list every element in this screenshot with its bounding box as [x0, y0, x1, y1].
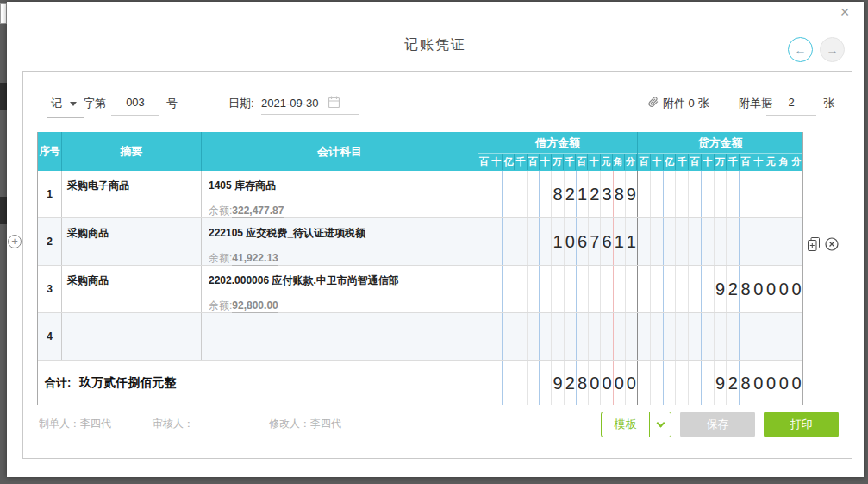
- credit-amount-cell[interactable]: [638, 313, 802, 360]
- digit-label: 百: [576, 154, 588, 170]
- template-dropdown-toggle[interactable]: [650, 424, 671, 426]
- delete-row-icon[interactable]: [824, 236, 840, 255]
- debit-amount-cell[interactable]: 1067611: [478, 218, 638, 265]
- digit-cell: 0: [790, 266, 802, 312]
- digit-cell: [752, 171, 765, 217]
- print-button[interactable]: 打印: [764, 412, 839, 437]
- receipts-count-input[interactable]: 2: [766, 96, 816, 116]
- summary-cell[interactable]: 采购商品: [62, 266, 202, 312]
- digit-cell: [765, 218, 778, 265]
- digit-cell: [689, 266, 702, 312]
- digit-cell: [540, 361, 552, 405]
- calendar-icon[interactable]: [328, 96, 340, 109]
- credit-amount-cell[interactable]: [638, 218, 802, 265]
- digit-cell: 0: [565, 218, 577, 265]
- digit-cell: 6: [601, 218, 613, 265]
- digit-cell: [689, 313, 702, 360]
- summary-cell[interactable]: 采购商品: [62, 218, 202, 265]
- account-cell[interactable]: 222105 应交税费_待认证进项税额余额:41,922.13: [202, 218, 478, 265]
- digit-cell: [664, 218, 677, 265]
- digit-label: 分: [625, 154, 637, 170]
- digit-cell: [664, 313, 677, 360]
- copy-row-icon[interactable]: [807, 236, 821, 255]
- digit-label: 元: [765, 154, 778, 170]
- balance-value: 41,922.13: [232, 252, 278, 266]
- digit-label: 千: [515, 154, 527, 170]
- digit-cell: [589, 313, 601, 360]
- digit-cell: [528, 171, 540, 217]
- row-seq: 1: [38, 171, 62, 217]
- total-debit-amount: 9280000: [478, 361, 638, 405]
- voucher-number-input[interactable]: 003: [111, 96, 159, 116]
- summary-column-header: 摘要: [62, 132, 202, 171]
- digit-cell: 9: [715, 361, 727, 405]
- digit-cell: 8: [740, 361, 752, 405]
- debit-amount-cell[interactable]: 8212389: [478, 171, 638, 217]
- digit-cell: 6: [577, 218, 589, 265]
- summary-cell[interactable]: [62, 313, 202, 360]
- date-input[interactable]: 2021-09-30: [261, 96, 359, 115]
- debit-title: 借方金额: [478, 132, 637, 154]
- digit-cell: [515, 313, 528, 360]
- digit-cell: [540, 266, 552, 312]
- digit-cell: [689, 218, 702, 265]
- balance-label: 余额:: [209, 252, 232, 264]
- summary-cell[interactable]: 采购电子商品: [62, 171, 202, 217]
- debit-amount-cell[interactable]: [478, 313, 638, 360]
- next-voucher-button[interactable]: →: [820, 37, 845, 62]
- credit-amount-cell[interactable]: [638, 171, 802, 217]
- digit-cell: [702, 171, 715, 217]
- modifier-field: 修改人：李四代: [269, 417, 341, 431]
- digit-cell: [601, 313, 613, 360]
- account-name: 222105 应交税费_待认证进项税额: [209, 226, 471, 241]
- balance-label: 余额:: [209, 204, 232, 217]
- digit-cell: 2: [727, 361, 740, 405]
- digit-cell: [503, 266, 515, 312]
- debit-amount-cell[interactable]: [478, 266, 638, 312]
- digit-cell: [651, 313, 664, 360]
- digit-label: 百: [478, 154, 490, 170]
- digit-cell: [676, 218, 689, 265]
- digit-cell: [490, 361, 503, 405]
- digit-cell: 8: [577, 361, 589, 405]
- digit-cell: [727, 313, 740, 360]
- digit-label: 亿: [664, 154, 677, 170]
- digit-label: 百: [740, 154, 752, 170]
- account-balance: 余额:92,800.00: [209, 299, 471, 313]
- digit-cell: [752, 218, 765, 265]
- digit-cell: [651, 266, 664, 312]
- digit-cell: 8: [552, 171, 564, 217]
- auditor-field: 审核人：: [153, 417, 194, 431]
- digit-label: 十: [651, 154, 664, 170]
- digit-cell: [790, 313, 802, 360]
- digit-cell: [589, 266, 601, 312]
- template-button-label: 模板: [602, 412, 649, 437]
- save-button[interactable]: 保存: [680, 412, 755, 437]
- digit-cell: [689, 361, 702, 405]
- digit-cell: [478, 171, 490, 217]
- voucher-row: 4: [38, 313, 802, 361]
- digit-cell: 2: [565, 361, 577, 405]
- digit-cell: [676, 171, 689, 217]
- attachment-link[interactable]: 附件 0 张: [647, 96, 709, 111]
- close-icon[interactable]: ✕: [840, 5, 850, 19]
- voucher-type-select[interactable]: 记: [47, 96, 84, 118]
- digit-cell: [552, 313, 564, 360]
- digit-cell: 0: [777, 266, 790, 312]
- voucher-dialog: ✕ 记账凭证 ← → 记 字第 003 号 日期: 2021-09-30 附件 …: [7, 2, 864, 477]
- digit-label: 千: [727, 154, 740, 170]
- chevron-down-icon: [656, 418, 665, 427]
- digit-cell: [689, 171, 702, 217]
- account-cell[interactable]: 1405 库存商品余额:322,477.87: [202, 171, 478, 217]
- credit-amount-cell[interactable]: 9280000: [638, 266, 802, 312]
- account-cell[interactable]: [202, 313, 478, 360]
- digit-cell: [702, 313, 715, 360]
- add-row-icon[interactable]: +: [8, 235, 22, 248]
- digit-cell: [676, 266, 689, 312]
- digit-cell: [614, 266, 626, 312]
- account-cell[interactable]: 2202.000006 应付账款.中卫市尚智通信部余额:92,800.00: [202, 266, 478, 312]
- template-button[interactable]: 模板: [601, 412, 671, 437]
- previous-voucher-button[interactable]: ←: [788, 37, 813, 62]
- digit-label: 百: [638, 154, 651, 170]
- date-label: 日期:: [228, 96, 254, 111]
